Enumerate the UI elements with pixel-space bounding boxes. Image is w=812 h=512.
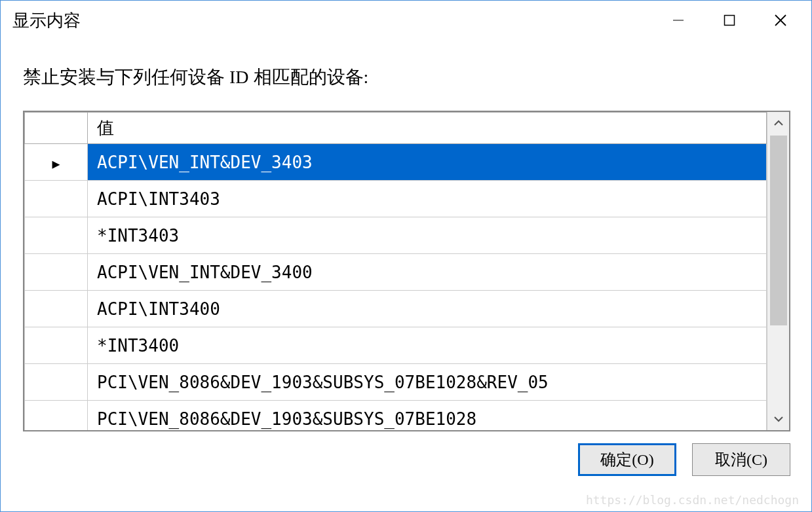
window-controls: [653, 5, 806, 36]
dialog-buttons: 确定(O) 取消(C): [1, 431, 811, 476]
instruction-label: 禁止安装与下列任何设备 ID 相匹配的设备:: [23, 65, 790, 90]
table-row[interactable]: ACPI\INT3400: [25, 291, 767, 327]
minimize-icon: [672, 14, 684, 26]
row-value[interactable]: PCI\VEN_8086&DEV_1903&SUBSYS_07BE1028&RE…: [88, 364, 767, 401]
table-row[interactable]: PCI\VEN_8086&DEV_1903&SUBSYS_07BE1028: [25, 401, 767, 431]
table-row[interactable]: *INT3403: [25, 217, 767, 254]
ok-button[interactable]: 确定(O): [578, 443, 676, 476]
close-icon: [774, 14, 787, 27]
row-value[interactable]: ACPI\INT3403: [88, 181, 767, 217]
watermark-text: https://blog.csdn.net/nedchogn: [586, 493, 799, 507]
chevron-up-icon: [773, 118, 784, 128]
svg-rect-1: [725, 16, 735, 26]
maximize-icon: [724, 14, 735, 26]
table-row[interactable]: *INT3400: [25, 327, 767, 364]
minimize-button[interactable]: [653, 5, 704, 36]
chevron-down-icon: [773, 414, 784, 424]
table-row[interactable]: PCI\VEN_8086&DEV_1903&SUBSYS_07BE1028&RE…: [25, 364, 767, 401]
maximize-button[interactable]: [704, 5, 755, 36]
row-value[interactable]: ACPI\INT3400: [88, 291, 767, 327]
grid-header-indicator[interactable]: [25, 113, 88, 144]
table-row[interactable]: ACPI\INT3403: [25, 181, 767, 217]
row-value[interactable]: *INT3400: [88, 327, 767, 364]
grid-header-row: 值: [25, 113, 767, 144]
row-indicator[interactable]: [25, 217, 88, 254]
grid-header-value[interactable]: 值: [88, 113, 767, 144]
grid-table: 值 ▶ACPI\VEN_INT&DEV_3403ACPI\INT3403*INT…: [24, 112, 767, 430]
table-row[interactable]: ▶ACPI\VEN_INT&DEV_3403: [25, 144, 767, 181]
row-value[interactable]: *INT3403: [88, 217, 767, 254]
row-indicator[interactable]: ▶: [25, 144, 88, 181]
cancel-button[interactable]: 取消(C): [692, 443, 790, 476]
close-button[interactable]: [755, 5, 806, 36]
row-indicator[interactable]: [25, 401, 88, 431]
row-value[interactable]: ACPI\VEN_INT&DEV_3400: [88, 254, 767, 291]
row-indicator[interactable]: [25, 181, 88, 217]
grid-body[interactable]: 值 ▶ACPI\VEN_INT&DEV_3403ACPI\INT3403*INT…: [24, 112, 767, 430]
content-area: 禁止安装与下列任何设备 ID 相匹配的设备: 值 ▶ACPI\VEN_INT&D…: [1, 40, 811, 431]
titlebar: 显示内容: [1, 1, 811, 40]
device-id-grid: 值 ▶ACPI\VEN_INT&DEV_3403ACPI\INT3403*INT…: [23, 111, 790, 431]
current-row-arrow-icon: ▶: [52, 156, 60, 172]
vertical-scrollbar[interactable]: [767, 112, 789, 430]
window-title: 显示内容: [12, 9, 653, 32]
scroll-thumb[interactable]: [770, 136, 787, 325]
row-indicator[interactable]: [25, 364, 88, 401]
scroll-up-button[interactable]: [767, 112, 789, 134]
row-indicator[interactable]: [25, 291, 88, 327]
row-value[interactable]: ACPI\VEN_INT&DEV_3403: [88, 144, 767, 181]
table-row[interactable]: ACPI\VEN_INT&DEV_3400: [25, 254, 767, 291]
row-value[interactable]: PCI\VEN_8086&DEV_1903&SUBSYS_07BE1028: [88, 401, 767, 431]
row-indicator[interactable]: [25, 254, 88, 291]
scroll-down-button[interactable]: [767, 408, 789, 430]
row-indicator[interactable]: [25, 327, 88, 364]
